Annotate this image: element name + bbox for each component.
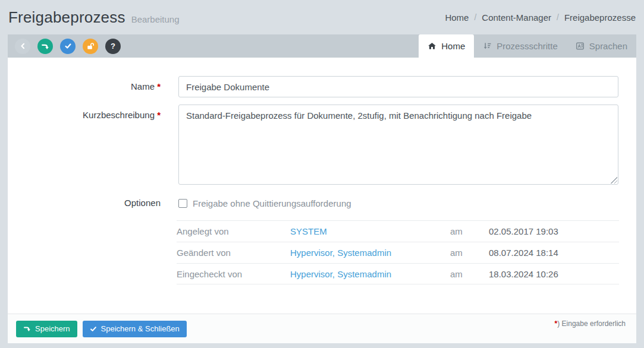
chevron-left-icon [19,42,27,50]
meta-am-label: am [450,248,489,258]
tab-sprachen-label: Sprachen [589,41,627,51]
options-label: Optionen [8,197,161,210]
tab-sprachen[interactable]: Sprachen [567,34,636,58]
meta-user-link[interactable]: Hypervisor, Systemadmin [290,269,450,279]
options-row: Optionen Freigabe ohne Quittierungsauffo… [8,197,636,210]
description-label: Kurzbeschreibung * [8,105,161,185]
meta-label: Geändert von [177,248,290,258]
page-header: Freigabeprozess Bearbeitung Home / Conte… [0,0,644,34]
language-icon [576,42,585,50]
description-row: Kurzbeschreibung * Standard-Freigabeproz… [8,105,636,185]
required-note: *) Eingabe erforderlich [555,319,626,328]
breadcrumb-separator: / [474,12,476,22]
page-title: Freigabeprozess [8,8,125,27]
meta-label: Angelegt von [177,226,290,236]
name-input[interactable] [178,76,618,97]
breadcrumb-home[interactable]: Home [445,12,469,23]
meta-am-label: am [450,226,489,236]
name-label: Name * [8,76,161,97]
meta-row-created: Angelegt von SYSTEM am 02.05.2017 19:03 [177,220,619,242]
meta-date: 02.05.2017 19:03 [489,226,558,236]
unlock-icon [86,42,95,50]
breadcrumb-content-manager[interactable]: Content-Manager [482,12,551,23]
meta-table: Angelegt von SYSTEM am 02.05.2017 19:03 … [177,220,619,284]
meta-row-checkedin: Eingecheckt von Hypervisor, Systemadmin … [177,263,619,284]
save-button[interactable]: Speichern [16,321,77,337]
required-marker: * [157,110,161,120]
description-textarea[interactable]: Standard-Freigabeprozess für Dokumente, … [178,105,618,185]
tab-prozessschritte-label: Prozessschritte [497,41,558,51]
title-wrap: Freigabeprozess Bearbeitung [8,8,180,27]
question-icon: ? [111,42,115,50]
check-icon [90,325,97,333]
save-and-close-button[interactable]: Speichern & Schließen [83,321,187,337]
options-checkbox[interactable] [178,199,187,208]
footer-bar: Speichern Speichern & Schließen *) Einga… [8,314,636,343]
check-button-toolbar[interactable] [60,39,76,54]
help-button[interactable]: ? [105,39,121,54]
required-marker: * [157,81,161,91]
save-button-toolbar[interactable] [37,39,53,54]
form-panel: Name * Kurzbeschreibung * Standard-Freig… [8,58,636,314]
tab-prozessschritte[interactable]: Prozessschritte [474,34,567,58]
breadcrumb-freigabeprozesse[interactable]: Freigabeprozesse [564,12,636,23]
meta-date: 08.07.2024 18:14 [489,248,558,258]
breadcrumb: Home / Content-Manager / Freigabeprozess… [445,12,636,23]
content-panel: ? Home Prozessschritte [8,34,636,343]
toolbar: ? Home Prozessschritte [8,34,636,58]
home-icon [428,42,436,50]
save-arrow-icon [41,42,49,50]
meta-date: 18.03.2024 10:26 [489,269,558,279]
options-checkbox-label[interactable]: Freigabe ohne Quittierungsaufforderung [193,198,351,208]
name-row: Name * [8,76,636,97]
check-icon [64,42,72,50]
tab-home-label: Home [441,41,465,51]
meta-am-label: am [450,269,489,279]
meta-user-link[interactable]: Hypervisor, Systemadmin [290,248,450,258]
save-and-close-button-label: Speichern & Schließen [101,324,180,333]
meta-label: Eingecheckt von [177,269,290,279]
meta-user-link[interactable]: SYSTEM [290,226,450,236]
sort-icon [483,42,492,50]
page-subtitle: Bearbeitung [131,14,180,24]
tab-bar: Home Prozessschritte Sprachen [419,34,636,58]
breadcrumb-separator: / [557,12,559,22]
unlock-button[interactable] [83,39,98,54]
save-button-label: Speichern [35,324,70,333]
tab-home[interactable]: Home [419,34,474,58]
meta-row-modified: Geändert von Hypervisor, Systemadmin am … [177,242,619,263]
back-button[interactable] [15,39,30,54]
save-arrow-icon [23,325,31,333]
